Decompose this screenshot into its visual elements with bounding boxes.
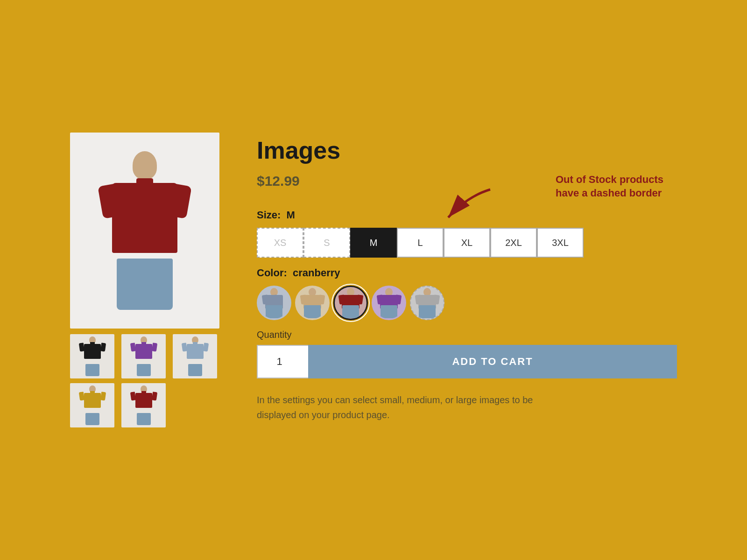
page-wrapper: Images $12.99 Out of Stock products have… [70,105,677,455]
color-swatch-slate-blue[interactable] [257,286,291,320]
color-label: Color: cranberry [257,267,677,279]
size-buttons: XS S M L XL 2XL 3XL [257,228,677,258]
size-option-l[interactable]: L [397,228,444,258]
size-option-m[interactable]: M [350,228,397,258]
color-swatch-cranberry[interactable] [333,286,368,320]
product-title: Images [257,137,677,164]
arrow-icon [439,187,495,224]
thumbnail-gold[interactable] [70,383,114,427]
thumb-figure-cranberry [130,385,158,425]
thumb-figure-purple [130,336,158,376]
out-of-stock-note: Out of Stock products have a dashed bord… [556,173,677,200]
thumbnail-black[interactable] [70,334,114,378]
thumb-figure-black [78,336,106,376]
product-price: $12.99 [257,173,300,189]
quantity-section: Quantity ADD TO CART [257,329,677,378]
color-section: Color: cranberry [257,267,677,320]
right-panel: Images $12.99 Out of Stock products have… [257,133,677,422]
product-description: In the settings you can select small, me… [257,392,574,422]
size-option-3xl[interactable]: 3XL [537,228,584,258]
size-option-s[interactable]: S [303,228,350,258]
thumb-figure-blue-gray [181,336,209,376]
thumbnail-grid [70,334,219,427]
thumbnail-blue-gray[interactable] [173,334,217,378]
figure-head [133,151,157,179]
color-swatch-tan[interactable] [295,286,330,320]
quantity-cart-row: ADD TO CART [257,345,677,378]
color-swatches [257,286,677,320]
figure-shirt-body [112,183,177,253]
quantity-input[interactable] [257,345,308,378]
quantity-label: Quantity [257,329,677,340]
thumbnail-purple[interactable] [121,334,166,378]
color-swatch-purple[interactable] [372,286,406,320]
left-panel [70,133,229,427]
size-option-xs[interactable]: XS [257,228,303,258]
size-option-2xl[interactable]: 2XL [490,228,537,258]
add-to-cart-button[interactable]: ADD TO CART [308,345,677,378]
main-product-image [70,133,219,329]
thumb-figure-gold [78,385,106,425]
thumbnail-cranberry[interactable] [121,383,166,427]
color-swatch-gray[interactable] [410,286,444,320]
figure-pants [117,259,173,310]
price-outofstock-row: $12.99 Out of Stock products have a dash… [257,173,677,200]
size-option-xl[interactable]: XL [444,228,490,258]
